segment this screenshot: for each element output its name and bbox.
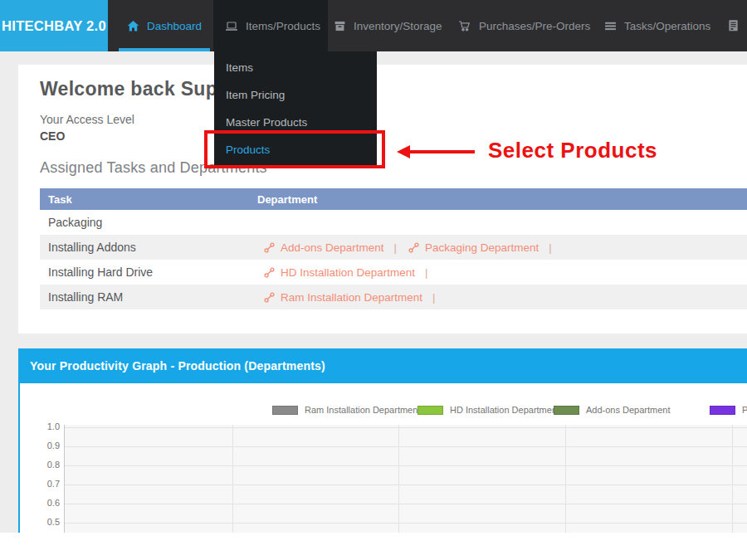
legend-item: P bbox=[710, 405, 747, 415]
legend-label: Add-ons Department bbox=[586, 405, 671, 415]
gridline bbox=[64, 504, 747, 504]
gridline bbox=[64, 446, 747, 447]
department-cell: Add-ons Department | Packaging Departmen… bbox=[257, 241, 747, 254]
nav-item-ledger[interactable] bbox=[727, 0, 747, 51]
department-link[interactable]: HD Installation Department bbox=[264, 266, 415, 279]
panel-title: Your Productivity Graph - Production (De… bbox=[20, 348, 747, 383]
gridline bbox=[398, 425, 399, 533]
legend-item: Add-ons Department bbox=[554, 405, 671, 415]
annotation-highlight-box bbox=[204, 130, 385, 168]
dropdown-item-items[interactable]: Items bbox=[214, 54, 377, 81]
legend-label: P bbox=[742, 405, 747, 415]
table-header-row: Task Department bbox=[40, 188, 747, 210]
separator: | bbox=[425, 266, 427, 279]
link-icon bbox=[408, 242, 419, 253]
dropdown-item-item-pricing[interactable]: Item Pricing bbox=[214, 81, 377, 109]
department-link[interactable]: Packaging Department bbox=[408, 241, 539, 254]
legend-label: HD Installation Department bbox=[450, 405, 559, 415]
tasks-departments-table: Task Department Packaging Installing Add… bbox=[40, 188, 747, 309]
nav-item-label: Purchases/Pre-Orders bbox=[479, 20, 590, 32]
y-tick-label: 0.9 bbox=[32, 441, 60, 450]
table-row: Installing Addons Add-ons Department | bbox=[40, 235, 747, 260]
home-icon bbox=[127, 20, 139, 32]
separator: | bbox=[549, 241, 551, 254]
nav-item-purchases-preorders[interactable]: Purchases/Pre-Orders bbox=[458, 0, 596, 51]
nav-item-label: Items/Products bbox=[246, 20, 320, 32]
legend-swatch bbox=[554, 406, 579, 415]
main-content-card: Welcome back Sup Your Access Level CEO A… bbox=[18, 65, 747, 334]
y-tick-label: 0.7 bbox=[32, 479, 60, 489]
department-cell: HD Installation Department | bbox=[257, 266, 747, 279]
table-row: Installing RAM Ram Installation Departme… bbox=[40, 285, 747, 309]
y-tick-label: 0.5 bbox=[32, 517, 60, 527]
link-icon bbox=[264, 242, 275, 253]
chart-area: Ram Installation Department HD Installat… bbox=[20, 383, 747, 533]
nav-item-tasks-operations[interactable]: Tasks/Operations bbox=[604, 0, 715, 51]
nav-item-items-products[interactable]: Items/Products bbox=[213, 0, 328, 51]
legend-label: Ram Installation Department bbox=[305, 405, 420, 415]
productivity-graph-panel: Your Productivity Graph - Production (De… bbox=[18, 348, 747, 533]
nav-item-label: Dashboard bbox=[147, 20, 202, 32]
link-icon bbox=[264, 292, 275, 303]
department-link-label: Packaging Department bbox=[425, 241, 539, 254]
ledger-icon bbox=[727, 19, 740, 32]
cart-icon bbox=[458, 20, 471, 32]
legend-swatch bbox=[417, 406, 443, 415]
y-tick-label: 0.6 bbox=[32, 498, 60, 508]
nav-item-label: Tasks/Operations bbox=[624, 20, 710, 32]
annotation-text: Select Products bbox=[488, 138, 657, 163]
column-header-department: Department bbox=[257, 193, 747, 206]
department-link[interactable]: Add-ons Department bbox=[264, 241, 384, 254]
gridline bbox=[565, 425, 566, 533]
nav-item-inventory-storage[interactable]: Inventory/Storage bbox=[334, 0, 455, 51]
legend-swatch bbox=[710, 406, 735, 415]
annotation-arrow-icon bbox=[397, 145, 410, 158]
top-navbar: HITECHBAY 2.0 Dashboard Items/Products I… bbox=[0, 0, 747, 51]
gridline bbox=[232, 425, 233, 533]
access-level-label: Your Access Level bbox=[40, 113, 134, 126]
plot-background bbox=[64, 425, 747, 533]
laptop-icon bbox=[225, 20, 238, 32]
y-tick-label: 0.8 bbox=[32, 460, 60, 470]
annotation-arrow-line bbox=[410, 150, 475, 153]
department-cell: Ram Installation Department | bbox=[257, 291, 747, 304]
separator: | bbox=[432, 291, 435, 304]
gridline bbox=[64, 465, 747, 466]
y-tick-label: 1.0 bbox=[32, 421, 60, 431]
table-row: Packaging bbox=[40, 210, 747, 235]
gridline bbox=[64, 427, 747, 428]
department-link-label: Add-ons Department bbox=[281, 241, 384, 254]
task-cell: Installing Hard Drive bbox=[40, 265, 257, 279]
gridline bbox=[732, 425, 733, 533]
department-link-label: Ram Installation Department bbox=[281, 291, 422, 304]
access-level-value: CEO bbox=[40, 129, 65, 143]
legend-item: HD Installation Department bbox=[417, 405, 559, 415]
link-icon bbox=[264, 267, 275, 278]
legend-item: Ram Installation Department bbox=[272, 405, 420, 415]
nav-item-label: Inventory/Storage bbox=[354, 20, 442, 32]
legend-swatch bbox=[272, 406, 298, 415]
box-icon bbox=[334, 20, 346, 32]
app-logo[interactable]: HITECHBAY 2.0 bbox=[0, 0, 108, 51]
nav-item-dashboard[interactable]: Dashboard bbox=[119, 0, 210, 51]
department-link-label: HD Installation Department bbox=[281, 266, 415, 279]
app-window: HITECHBAY 2.0 Dashboard Items/Products I… bbox=[0, 0, 747, 560]
separator: | bbox=[394, 241, 397, 254]
gridline bbox=[64, 485, 747, 485]
task-cell: Installing RAM bbox=[40, 290, 257, 304]
y-axis bbox=[64, 425, 65, 533]
column-header-task: Task bbox=[40, 193, 257, 206]
welcome-heading: Welcome back Sup bbox=[40, 78, 217, 100]
list-icon bbox=[604, 20, 617, 32]
department-link[interactable]: Ram Installation Department bbox=[264, 291, 422, 304]
table-row: Installing Hard Drive HD Installation De… bbox=[40, 260, 747, 285]
task-cell: Packaging bbox=[40, 216, 257, 229]
task-cell: Installing Addons bbox=[40, 241, 257, 254]
gridline bbox=[64, 523, 747, 523]
